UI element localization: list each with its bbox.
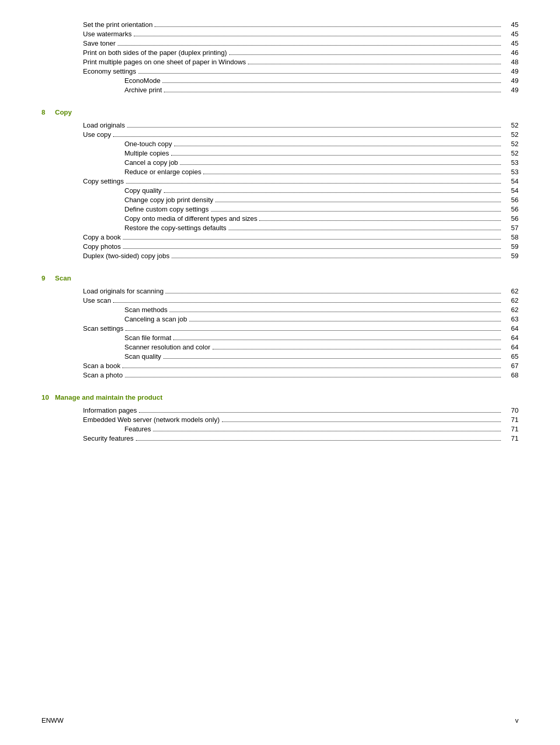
toc-entry: One-touch copy52: [41, 140, 519, 148]
entry-dots: [203, 174, 501, 174]
entry-dots: [229, 230, 501, 230]
toc-entry: Restore the copy-settings defaults57: [41, 224, 519, 232]
toc-section-section-9: 9ScanLoad originals for scanning62Use sc…: [41, 274, 519, 379]
entry-text: Copy quality: [124, 187, 162, 194]
entry-text: Scan a book: [83, 362, 120, 370]
entry-page: 65: [503, 353, 519, 360]
entry-page: 52: [503, 121, 519, 129]
toc-entry: Scan a book67: [41, 362, 519, 370]
entry-dots: [123, 248, 501, 249]
toc-entry: Use watermarks45: [41, 30, 519, 38]
section-number: 9: [41, 274, 52, 282]
entry-page: 63: [503, 315, 519, 323]
entry-text: Load originals for scanning: [83, 287, 163, 295]
entry-text: Restore the copy-settings defaults: [124, 224, 227, 232]
entry-text: Scanner resolution and color: [124, 343, 211, 351]
entry-dots: [122, 368, 501, 368]
toc-entry: Embedded Web server (network models only…: [41, 416, 519, 424]
toc-section-top-entries: Set the print orientation45Use watermark…: [41, 21, 519, 94]
toc-entry: Scan settings64: [41, 325, 519, 332]
toc-entry: Copy photos59: [41, 243, 519, 250]
entry-page: 62: [503, 297, 519, 304]
toc-entry: Security features71: [41, 434, 519, 442]
entry-dots: [215, 202, 501, 202]
entry-page: 64: [503, 334, 519, 342]
entry-text: Copy onto media of different types and s…: [124, 215, 257, 222]
entry-text: Set the print orientation: [83, 21, 152, 29]
section-title: Manage and maintain the product: [55, 393, 162, 401]
entry-dots: [229, 54, 501, 55]
entry-page: 71: [503, 416, 519, 424]
entry-dots: [162, 82, 501, 83]
footer: ENWW v: [41, 716, 519, 724]
toc-entry: Duplex (two-sided) copy jobs59: [41, 252, 519, 260]
toc-entry: Print multiple pages on one sheet of pap…: [41, 58, 519, 66]
section-title: Copy: [55, 108, 72, 116]
entry-dots: [113, 136, 501, 137]
entry-text: Define custom copy settings: [124, 205, 209, 213]
entry-text: Cancel a copy job: [124, 159, 178, 166]
entry-text: Scan quality: [124, 353, 161, 360]
entry-page: 49: [503, 77, 519, 85]
entry-text: Multiple copies: [124, 149, 169, 157]
entry-page: 53: [503, 168, 519, 176]
entry-dots: [113, 302, 501, 303]
entry-page: 54: [503, 177, 519, 185]
toc-entry: EconoMode49: [41, 77, 519, 85]
entry-text: EconoMode: [124, 77, 160, 85]
entry-dots: [248, 64, 501, 64]
toc-entry: Multiple copies52: [41, 149, 519, 157]
entry-page: 49: [503, 67, 519, 75]
toc-entry: Reduce or enlarge copies53: [41, 168, 519, 176]
toc-entry: Scan file format64: [41, 334, 519, 342]
entry-dots: [125, 377, 501, 377]
entry-dots: [134, 36, 501, 36]
toc-section-section-10: 10Manage and maintain the productInforma…: [41, 393, 519, 442]
toc-entry: Information pages70: [41, 406, 519, 414]
entry-page: 71: [503, 425, 519, 433]
toc-container: Set the print orientation45Use watermark…: [41, 21, 519, 442]
toc-entry: Copy settings54: [41, 177, 519, 185]
entry-dots: [127, 127, 501, 128]
entry-text: Canceling a scan job: [124, 315, 187, 323]
toc-entry: Copy a book58: [41, 233, 519, 241]
entry-text: Scan methods: [124, 306, 167, 314]
entry-page: 45: [503, 30, 519, 38]
entry-dots: [125, 330, 501, 331]
entry-dots: [171, 155, 501, 156]
entry-text: Information pages: [83, 406, 137, 414]
entry-text: Archive print: [124, 86, 162, 94]
entry-page: 70: [503, 406, 519, 414]
section-header: 8Copy: [41, 108, 519, 116]
entry-dots: [172, 258, 501, 258]
entry-page: 46: [503, 49, 519, 57]
entry-page: 58: [503, 233, 519, 241]
entry-text: Use watermarks: [83, 30, 132, 38]
toc-entry: Set the print orientation45: [41, 21, 519, 29]
entry-text: Print multiple pages on one sheet of pap…: [83, 58, 246, 66]
toc-entry: Save toner45: [41, 39, 519, 47]
section-number: 10: [41, 393, 52, 401]
entry-page: 62: [503, 306, 519, 314]
toc-entry: Copy onto media of different types and s…: [41, 215, 519, 222]
entry-dots: [259, 220, 501, 221]
section-header: 10Manage and maintain the product: [41, 393, 519, 401]
entry-dots: [180, 164, 501, 165]
entry-page: 56: [503, 215, 519, 222]
entry-text: Features: [124, 425, 151, 433]
entry-page: 53: [503, 159, 519, 166]
entry-dots: [170, 312, 501, 312]
toc-section-section-8: 8CopyLoad originals52Use copy52One-touch…: [41, 108, 519, 260]
toc-entry: Archive print49: [41, 86, 519, 94]
toc-entry: Print on both sides of the paper (duplex…: [41, 49, 519, 57]
entry-text: One-touch copy: [124, 140, 172, 148]
entry-page: 64: [503, 343, 519, 351]
footer-left: ENWW: [41, 716, 64, 724]
entry-dots: [155, 26, 501, 27]
section-number: 8: [41, 108, 52, 116]
entry-dots: [153, 431, 501, 431]
entry-page: 45: [503, 39, 519, 47]
entry-dots: [163, 358, 501, 359]
entry-page: 48: [503, 58, 519, 66]
section-header: 9Scan: [41, 274, 519, 282]
